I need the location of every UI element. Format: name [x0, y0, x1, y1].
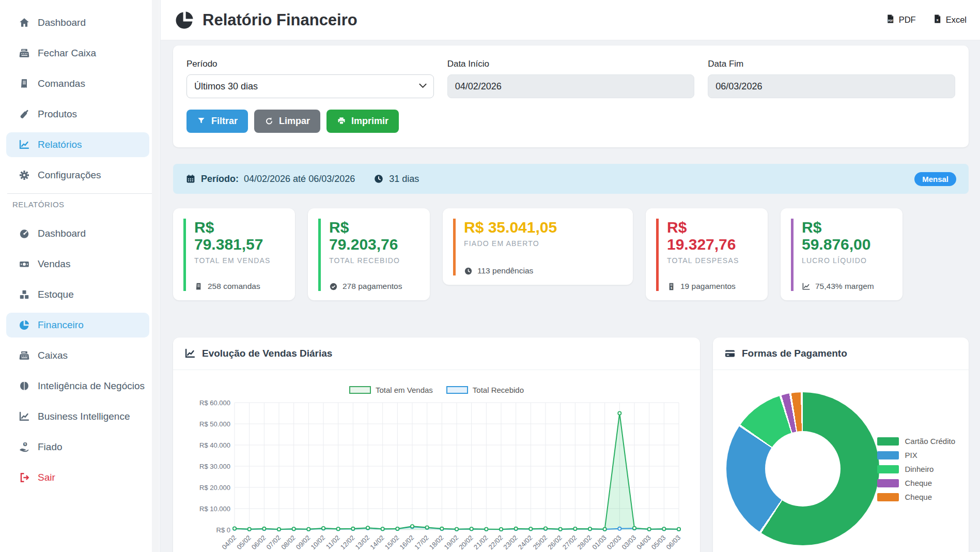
- stat-label: TOTAL EM VENDAS: [194, 256, 286, 265]
- sidebar-item-label: Inteligência de Negócios: [38, 380, 145, 392]
- period-select[interactable]: Últimos 30 dias: [186, 74, 434, 98]
- filter-card: Período Últimos 30 dias Data Início Data…: [173, 45, 969, 147]
- svg-text:21/02: 21/02: [472, 534, 490, 551]
- svg-text:03/03: 03/03: [620, 534, 638, 551]
- svg-text:27/02: 27/02: [561, 534, 579, 551]
- sidebar-item-produtos[interactable]: Produtos: [6, 102, 149, 127]
- calendar-icon: [185, 174, 196, 184]
- stat-detail-text: 278 pagamentos: [343, 282, 402, 291]
- sidebar-item-fiado[interactable]: $ Fiado: [6, 435, 149, 459]
- sidebar-item-comandas[interactable]: Comandas: [6, 71, 149, 96]
- sidebar-item-fechar-caixa[interactable]: Fechar Caixa: [6, 41, 149, 66]
- svg-text:11/02: 11/02: [324, 534, 341, 551]
- sidebar-item-dashboard[interactable]: Dashboard: [6, 10, 149, 35]
- legend-item: Cheque: [877, 479, 955, 487]
- period-bar-days: 31 dias: [389, 174, 419, 185]
- boxes-icon: [19, 289, 30, 300]
- cash-register-icon: [19, 350, 30, 361]
- date-end-field: Data Fim: [708, 59, 955, 98]
- period-bar-range: 04/02/2026 até 06/03/2026: [244, 174, 355, 185]
- sidebar-item-configuracoes[interactable]: Configurações: [6, 163, 149, 188]
- svg-text:15/02: 15/02: [383, 534, 401, 551]
- page-title: Relatório Financeiro: [203, 11, 357, 29]
- sidebar-item-business-intelligence[interactable]: Business Intelligence: [6, 404, 149, 429]
- sidebar-section-title: RELATÓRIOS: [12, 200, 160, 209]
- legend-label: Total Recebido: [473, 386, 524, 394]
- sidebar-item-financeiro[interactable]: Financeiro: [6, 313, 149, 338]
- clock-icon: [374, 174, 384, 184]
- sidebar-item-report-dashboard[interactable]: Dashboard: [6, 221, 149, 246]
- sidebar-item-relatorios[interactable]: Relatórios: [6, 132, 149, 157]
- filter-button[interactable]: Filtrar: [186, 110, 248, 133]
- sidebar-item-sair[interactable]: Sair: [6, 465, 149, 490]
- svg-text:10/02: 10/02: [309, 534, 327, 551]
- date-start-input[interactable]: [447, 74, 695, 98]
- svg-text:19/02: 19/02: [443, 534, 460, 551]
- charts-row: Evolução de Vendas Diárias Total em Vend…: [173, 338, 969, 552]
- content: Período Últimos 30 dias Data Início Data…: [161, 40, 980, 552]
- print-button[interactable]: Imprimir: [326, 110, 399, 133]
- svg-text:23/02: 23/02: [502, 534, 519, 551]
- sales-chart-title: Evolução de Vendas Diárias: [202, 348, 332, 359]
- svg-text:24/02: 24/02: [517, 534, 534, 551]
- clock-icon: [464, 267, 473, 275]
- svg-text:07/02: 07/02: [265, 534, 283, 551]
- sidebar-item-inteligencia[interactable]: Inteligência de Negócios: [6, 374, 149, 398]
- legend-item: Dinheiro: [877, 465, 955, 473]
- sidebar-item-caixas[interactable]: Caixas: [6, 343, 149, 368]
- legend-item-vendas: Total em Vendas: [349, 386, 433, 394]
- main-area: Relatório Financeiro PDF PDF x Excel Per…: [161, 0, 980, 552]
- svg-text:04/03: 04/03: [635, 534, 652, 551]
- payment-methods-card: Formas de Pagamento Cartão Crédito PIX D…: [713, 338, 969, 552]
- sidebar-item-label: Dashboard: [38, 228, 86, 239]
- export-pdf-button[interactable]: PDF PDF: [885, 14, 916, 26]
- legend-swatch: [877, 493, 899, 501]
- svg-text:02/03: 02/03: [605, 534, 623, 551]
- sidebar-divider: [7, 193, 152, 194]
- sidebar-item-estoque[interactable]: Estoque: [6, 282, 149, 307]
- svg-text:17/02: 17/02: [413, 534, 430, 551]
- period-label: Período: [186, 59, 434, 69]
- stat-card-fiado-aberto: R$ 35.041,05 FIADO EM ABERTO 113 pendênc…: [443, 208, 633, 285]
- sidebar-item-label: Configurações: [38, 170, 101, 181]
- export-pdf-label: PDF: [899, 15, 916, 25]
- legend-item: PIX: [877, 451, 955, 459]
- sales-evolution-card: Evolução de Vendas Diárias Total em Vend…: [173, 338, 700, 552]
- refresh-icon: [265, 116, 274, 126]
- file-invoice-dollar-icon: $: [667, 282, 676, 291]
- svg-text:R$ 40.000: R$ 40.000: [199, 441, 230, 449]
- pie-chart-icon: [174, 10, 195, 30]
- gauge-icon: [19, 228, 30, 239]
- svg-text:06/03: 06/03: [665, 534, 682, 551]
- svg-text:12/02: 12/02: [339, 534, 356, 551]
- home-icon: [19, 17, 30, 28]
- stat-value: R$ 35.041,05: [464, 219, 624, 236]
- sidebar-scrollbar[interactable]: [152, 0, 159, 552]
- sidebar-item-label: Caixas: [38, 350, 68, 361]
- svg-text:25/02: 25/02: [532, 534, 549, 551]
- export-excel-button[interactable]: x Excel: [932, 14, 967, 26]
- svg-text:14/02: 14/02: [368, 534, 386, 551]
- stat-card-total-vendas: R$ 79.381,57 TOTAL EM VENDAS 258 comanda…: [173, 208, 295, 300]
- sidebar-item-vendas[interactable]: Vendas: [6, 252, 149, 277]
- sidebar-item-label: Sair: [38, 472, 55, 483]
- date-end-input[interactable]: [708, 74, 955, 98]
- sidebar-item-label: Dashboard: [38, 17, 86, 28]
- stat-label: LUCRO LÍQUIDO: [802, 256, 893, 265]
- chart-line-icon: [19, 411, 30, 422]
- payment-legend: Cartão Crédito PIX Dinheiro Cheque: [877, 437, 955, 501]
- printer-icon: [337, 116, 347, 126]
- check-circle-icon: [329, 282, 338, 291]
- svg-text:05/03: 05/03: [650, 534, 667, 551]
- sales-line-chart: R$ 0R$ 10.000R$ 20.000R$ 30.000R$ 40.000…: [187, 398, 686, 552]
- svg-text:08/02: 08/02: [279, 534, 297, 551]
- legend-label: Cheque: [905, 493, 932, 501]
- stat-value: R$ 79.381,57: [194, 219, 286, 253]
- svg-text:R$ 60.000: R$ 60.000: [199, 399, 230, 407]
- svg-text:18/02: 18/02: [428, 534, 445, 551]
- sidebar: Dashboard Fechar Caixa Comandas Produtos…: [0, 0, 160, 552]
- clear-button[interactable]: Limpar: [254, 110, 320, 133]
- stat-label: TOTAL DESPESAS: [667, 256, 758, 265]
- hand-holding-dollar-icon: $: [19, 441, 30, 453]
- svg-text:R$ 30.000: R$ 30.000: [199, 463, 230, 470]
